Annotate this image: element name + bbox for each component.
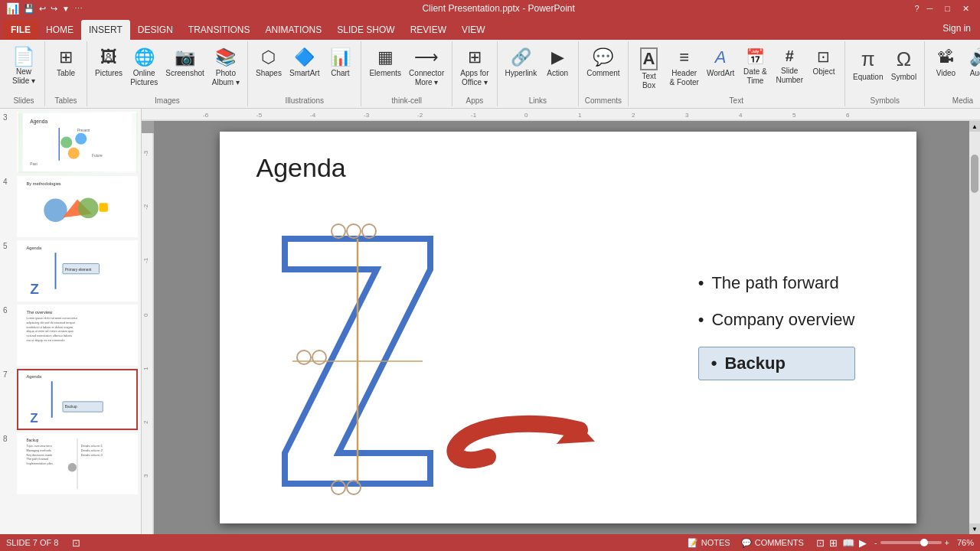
- zoom-out-button[interactable]: -: [874, 538, 877, 547]
- help-button[interactable]: ?: [914, 4, 919, 13]
- svg-point-78: [312, 350, 326, 364]
- video-button[interactable]: 📽 Video: [929, 46, 962, 80]
- online-pictures-button[interactable]: 🌐 OnlinePictures: [127, 46, 161, 89]
- fit-page-icon[interactable]: ⊡: [72, 537, 80, 549]
- slide-number-label: SlideNumber: [776, 67, 803, 85]
- header-footer-label: Header& Footer: [670, 69, 699, 87]
- maximize-button[interactable]: □: [940, 4, 955, 13]
- tab-slideshow[interactable]: SLIDE SHOW: [329, 20, 402, 40]
- action-button[interactable]: ▶ Action: [541, 46, 573, 80]
- zoom-in-button[interactable]: +: [945, 538, 949, 547]
- pictures-button[interactable]: 🖼 Pictures: [92, 46, 126, 80]
- slide-thumb-3[interactable]: 3 Agenda Past Present Future: [3, 112, 138, 173]
- photo-album-icon: 📚: [215, 47, 236, 67]
- connector-button[interactable]: ⟶ ConnectorMore ▾: [406, 46, 447, 89]
- quick-access-undo[interactable]: ↩: [39, 4, 46, 14]
- ribbon-group-slides: 📄 NewSlide ▾ Slides: [3, 41, 45, 106]
- tab-home[interactable]: HOME: [38, 20, 81, 40]
- ribbon-group-illustrations-items: ⬡ Shapes 🔷 SmartArt 📊 Chart: [253, 43, 356, 95]
- slide-img-4[interactable]: By methodologies: [17, 176, 138, 237]
- photo-album-button[interactable]: 📚 PhotoAlbum ▾: [209, 46, 243, 89]
- slide-img-3[interactable]: Agenda Past Present Future: [17, 112, 138, 173]
- table-icon: ⊞: [59, 47, 73, 67]
- quick-access-redo[interactable]: ↪: [51, 4, 57, 14]
- comments-button[interactable]: 💬 COMMENTS: [737, 538, 808, 548]
- slide-img-6[interactable]: The overview Lorem ipsum dolor sit amet …: [17, 305, 138, 366]
- slide-img-7[interactable]: Agenda Backup Z: [17, 369, 138, 430]
- slide-number-button[interactable]: # SlideNumber: [773, 46, 806, 86]
- ribbon-group-thinkcell: ▦ Elements ⟶ ConnectorMore ▾ think-cell: [361, 41, 452, 106]
- tab-insert[interactable]: INSERT: [81, 20, 130, 40]
- zoom-controls: - + 76%: [874, 538, 974, 547]
- tab-review[interactable]: REVIEW: [403, 20, 454, 40]
- hyperlink-button[interactable]: 🔗 Hyperlink: [502, 46, 541, 80]
- slide-img-5[interactable]: Agenda Primary element Z: [17, 240, 138, 302]
- tab-transitions[interactable]: TRANSITIONS: [181, 20, 258, 40]
- quick-access-save[interactable]: 💾: [24, 4, 34, 14]
- presenter-view-button[interactable]: ▶: [858, 537, 868, 549]
- slide-panel[interactable]: 3 Agenda Past Present Future 4: [0, 109, 142, 534]
- svg-text:adipiscing elit sed do eiusmod: adipiscing elit sed do eiusmod tempor: [27, 321, 76, 324]
- scroll-down-button[interactable]: ▼: [969, 523, 980, 534]
- shapes-button[interactable]: ⬡ Shapes: [253, 46, 285, 80]
- svg-text:Lorem ipsum dolor sit amet con: Lorem ipsum dolor sit amet consectetur: [27, 317, 78, 320]
- zoom-level[interactable]: 76%: [952, 538, 974, 547]
- object-icon: ⊡: [817, 47, 830, 66]
- slide-sorter-button[interactable]: ⊞: [828, 537, 839, 549]
- symbol-button[interactable]: Ω Symbol: [887, 46, 920, 83]
- customize-more[interactable]: ⋯: [74, 4, 83, 14]
- slide-canvas[interactable]: Agenda: [220, 132, 916, 523]
- symbol-icon: Ω: [897, 47, 911, 71]
- apps-office-icon: ⊞: [468, 47, 482, 67]
- normal-view-button[interactable]: ⊡: [815, 537, 826, 549]
- audio-button[interactable]: 🔊 Audio: [963, 46, 980, 80]
- equation-button[interactable]: π Equation: [850, 46, 886, 83]
- minimize-button[interactable]: ─: [923, 4, 938, 13]
- tab-file[interactable]: FILE: [3, 20, 38, 40]
- new-slide-button[interactable]: 📄 NewSlide ▾: [8, 46, 40, 87]
- close-button[interactable]: ✕: [958, 4, 974, 14]
- canvas-area[interactable]: -6 -5 -4 -3 -2 -1 0 1 2 3 4 5 6: [142, 109, 980, 534]
- online-pictures-label: OnlinePictures: [130, 69, 158, 87]
- elements-button[interactable]: ▦ Elements: [366, 46, 404, 80]
- scroll-thumb[interactable]: [971, 155, 978, 193]
- quick-access-customize[interactable]: ▼: [62, 5, 70, 13]
- bullet-dot-3: •: [711, 354, 717, 373]
- smartart-button[interactable]: 🔷 SmartArt: [286, 46, 322, 80]
- fit-page-button[interactable]: ⊡: [72, 537, 80, 549]
- notes-button[interactable]: 📝 NOTES: [683, 538, 735, 548]
- tab-animations[interactable]: ANIMATIONS: [257, 20, 329, 40]
- window-title: Client Presentation.pptx - PowerPoint: [83, 3, 915, 14]
- zoom-slider[interactable]: [880, 541, 942, 544]
- header-footer-button[interactable]: ≡ Header& Footer: [667, 46, 702, 89]
- slide-img-8[interactable]: Backup Topic overview item Managing meth…: [17, 433, 138, 494]
- reading-view-button[interactable]: 📖: [841, 537, 856, 549]
- screenshot-button[interactable]: 📷 Screenshot: [162, 46, 207, 80]
- chart-button[interactable]: 📊 Chart: [324, 46, 356, 80]
- slide-thumb-8[interactable]: 8 Backup Topic overview item Managing me…: [3, 433, 138, 494]
- slide-thumb-6[interactable]: 6 The overview Lorem ipsum dolor sit ame…: [3, 305, 138, 366]
- tab-design[interactable]: DESIGN: [130, 20, 181, 40]
- wordart-button[interactable]: A WordArt: [704, 46, 738, 80]
- text-box-button[interactable]: A TextBox: [633, 46, 665, 92]
- table-button[interactable]: ⊞ Table: [50, 46, 82, 80]
- slide-thumb-4[interactable]: 4 By methodologies: [3, 176, 138, 237]
- sign-in-button[interactable]: Sign in: [933, 20, 980, 37]
- date-time-button[interactable]: 📅 Date &Time: [739, 46, 771, 87]
- symbols-group-label: Symbols: [850, 95, 920, 105]
- canvas-scroll-area[interactable]: -3 -2 -1 0 1 2 3 Agenda: [142, 121, 980, 534]
- hyperlink-label: Hyperlink: [505, 69, 537, 78]
- slide-background[interactable]: Agenda: [154, 121, 969, 534]
- comment-button[interactable]: 💬 Comment: [583, 46, 622, 80]
- connector-icon: ⟶: [414, 47, 439, 67]
- scroll-up-button[interactable]: ▲: [969, 121, 980, 132]
- ribbon-group-text: A TextBox ≡ Header& Footer A WordArt 📅 D…: [629, 41, 845, 106]
- apps-office-button[interactable]: ⊞ Apps forOffice ▾: [457, 46, 492, 89]
- object-button[interactable]: ⊡ Object: [808, 46, 840, 78]
- ribbon-group-links-items: 🔗 Hyperlink ▶ Action: [502, 43, 574, 95]
- video-icon: 📽: [937, 47, 954, 67]
- vertical-scrollbar[interactable]: ▲ ▼: [969, 121, 980, 534]
- tab-view[interactable]: VIEW: [454, 20, 493, 40]
- slide-thumb-5[interactable]: 5 Agenda Primary element Z: [3, 240, 138, 302]
- slide-thumb-7[interactable]: 7 Agenda Backup Z: [3, 369, 138, 430]
